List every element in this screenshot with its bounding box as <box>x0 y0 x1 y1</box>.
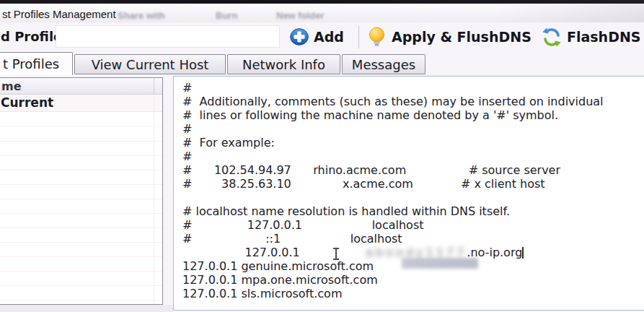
window-title: st Profiles Management <box>2 8 116 20</box>
add-button-label: Add <box>314 29 344 45</box>
name-column-header[interactable]: me <box>1 79 22 93</box>
profile-name-input[interactable] <box>56 25 280 48</box>
ibeam-cursor <box>335 248 337 259</box>
column-separator-line <box>154 95 154 304</box>
flashdns-button[interactable]: FlashDNS <box>542 22 641 51</box>
apply-flushdns-button[interactable]: Apply & FlushDNS <box>367 22 531 51</box>
toolbar-separator <box>358 26 359 48</box>
redacted-hostname: aboody1177 <box>366 246 467 259</box>
titlebar[interactable]: st Profiles Management Share with Burn N… <box>0 4 644 22</box>
app-window: st Profiles Management Share with Burn N… <box>0 0 644 312</box>
add-button[interactable]: Add <box>290 22 344 51</box>
text-caret <box>522 247 524 259</box>
flashdns-label: FlashDNS <box>567 29 641 45</box>
refresh-icon <box>542 27 562 47</box>
tab-view-current-host[interactable]: View Current Host <box>74 54 226 74</box>
tab-messages[interactable]: Messages <box>342 54 425 74</box>
background-ghost-new-folder: New folder <box>276 10 324 21</box>
redacted-host-line: 127.0.0.1 aboody1177.no-ip.org <box>182 246 524 259</box>
hosts-lines-after: 127.0.0.1 genuine.microsoft.com 127.0.0.… <box>182 259 378 300</box>
profile-row-current[interactable]: Current <box>0 95 162 112</box>
redacted-line-suffix: .no-ip.org <box>467 246 522 259</box>
background-ghost-share-with: Share with <box>118 10 165 21</box>
lightbulb-icon <box>367 27 387 48</box>
profiles-list-header[interactable]: me <box>0 78 162 95</box>
tab-bar: t Profiles View Current Host Network Inf… <box>0 51 644 74</box>
hosts-file-text[interactable]: # # Additionally, comments (such as thes… <box>174 77 644 300</box>
profiles-list-empty-rows <box>0 113 162 304</box>
tab-network-info[interactable]: Network Info <box>227 54 340 74</box>
hosts-lines-before: # # Additionally, comments (such as thes… <box>182 81 604 246</box>
column-separator[interactable] <box>154 78 154 94</box>
background-ghost-burn: Burn <box>216 10 237 21</box>
window-bottom-area <box>0 305 173 312</box>
profiles-list-panel: me Current <box>0 77 163 305</box>
toolbar: d Profile: Add Apply & Flus <box>0 22 644 51</box>
tab-host-profiles[interactable]: t Profiles <box>0 52 73 75</box>
apply-flushdns-label: Apply & FlushDNS <box>392 29 531 45</box>
plus-circle-icon <box>290 27 309 46</box>
hosts-editor-panel[interactable]: # # Additionally, comments (such as thes… <box>173 76 644 311</box>
